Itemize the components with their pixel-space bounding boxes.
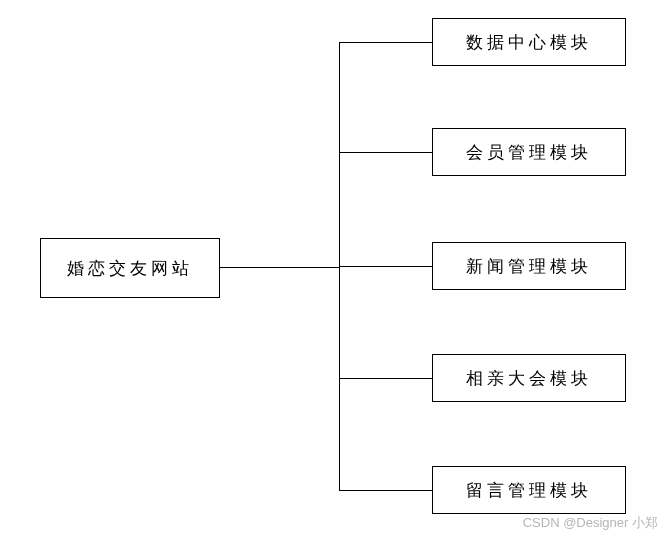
child-label: 留言管理模块 (466, 479, 592, 502)
connector-branch-1 (339, 42, 432, 43)
child-label: 新闻管理模块 (466, 255, 592, 278)
child-label: 会员管理模块 (466, 141, 592, 164)
connector-main (220, 267, 340, 268)
child-label: 相亲大会模块 (466, 367, 592, 390)
hierarchy-diagram: 婚恋交友网站 数据中心模块 会员管理模块 新闻管理模块 相亲大会模块 留言管理模… (0, 0, 670, 540)
connector-branch-2 (339, 152, 432, 153)
child-node-5: 留言管理模块 (432, 466, 626, 514)
root-node: 婚恋交友网站 (40, 238, 220, 298)
child-node-1: 数据中心模块 (432, 18, 626, 66)
watermark-text: CSDN @Designer 小郑 (523, 514, 658, 532)
child-label: 数据中心模块 (466, 31, 592, 54)
connector-branch-5 (339, 490, 432, 491)
child-node-2: 会员管理模块 (432, 128, 626, 176)
connector-branch-3 (339, 266, 432, 267)
connector-branch-4 (339, 378, 432, 379)
child-node-4: 相亲大会模块 (432, 354, 626, 402)
child-node-3: 新闻管理模块 (432, 242, 626, 290)
root-label: 婚恋交友网站 (67, 257, 193, 280)
